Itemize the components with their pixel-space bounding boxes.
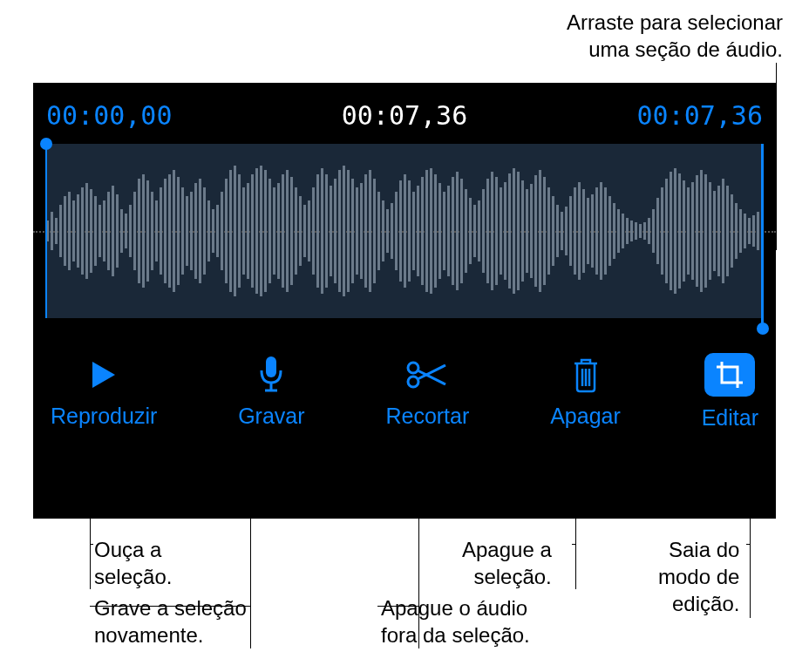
svg-rect-80 [395,192,398,270]
svg-rect-36 [203,187,206,275]
svg-rect-22 [142,174,145,288]
svg-rect-46 [247,183,249,279]
svg-rect-37 [207,200,210,261]
waveform-svg [46,144,763,318]
callout-line [776,63,777,250]
callout-line [418,509,419,648]
svg-rect-76 [377,192,380,270]
svg-rect-59 [303,205,306,257]
svg-rect-12 [99,205,101,257]
svg-rect-53 [277,183,280,279]
delete-label: Apagar [550,404,621,429]
svg-rect-156 [726,186,729,276]
callout-line [377,606,418,607]
svg-rect-16 [116,194,119,268]
svg-rect-86 [421,177,424,285]
svg-rect-93 [452,177,454,285]
svg-rect-158 [735,203,738,259]
svg-rect-28 [168,174,171,288]
svg-rect-57 [295,187,297,275]
svg-rect-25 [155,200,158,261]
svg-rect-112 [534,175,537,287]
svg-rect-104 [500,187,502,275]
callout-line [90,509,91,589]
svg-rect-73 [364,174,367,288]
trash-icon [571,356,601,395]
trim-button[interactable]: Recortar [385,356,469,429]
waveform-area[interactable] [46,144,763,318]
svg-rect-8 [81,187,84,275]
selection-handle-left[interactable] [40,138,52,150]
svg-rect-162 [752,215,755,247]
svg-rect-39 [216,205,219,257]
svg-rect-13 [103,200,105,261]
svg-rect-38 [212,209,214,253]
edit-button[interactable]: Editar [702,353,758,431]
svg-rect-81 [399,180,402,282]
svg-rect-95 [460,179,463,283]
selection-handle-right[interactable] [757,322,769,335]
annotation-record: Grave a seleçãonovamente. [94,594,247,648]
svg-rect-64 [325,174,328,288]
svg-rect-91 [443,192,445,270]
svg-rect-6 [72,200,75,261]
svg-rect-83 [408,180,411,282]
svg-rect-4 [64,196,66,266]
svg-rect-68 [343,166,345,296]
svg-rect-30 [177,177,180,285]
svg-rect-32 [186,196,188,266]
svg-rect-133 [626,218,629,244]
svg-rect-116 [552,196,554,266]
svg-rect-10 [90,189,92,273]
svg-rect-97 [469,198,472,264]
time-end: 00:07,36 [637,100,764,131]
svg-rect-164 [266,356,276,377]
svg-rect-146 [683,180,685,282]
svg-rect-20 [133,192,136,270]
delete-button[interactable]: Apagar [550,356,621,429]
svg-rect-14 [107,192,110,270]
svg-point-167 [408,363,418,373]
svg-rect-122 [578,182,581,280]
svg-rect-138 [648,218,650,244]
svg-rect-114 [543,177,546,285]
annotation-play: Ouça aseleção. [94,536,172,590]
svg-rect-43 [234,166,236,296]
svg-rect-150 [700,170,703,292]
svg-rect-107 [513,168,515,294]
timestamps-row: 00:00,00 00:07,36 00:07,36 [46,100,763,131]
svg-rect-67 [338,170,341,292]
svg-rect-88 [430,168,432,294]
svg-rect-148 [691,182,694,280]
svg-rect-121 [574,187,576,275]
svg-rect-51 [269,179,271,283]
svg-rect-49 [260,166,262,296]
record-button[interactable]: Gravar [238,356,304,429]
svg-rect-102 [491,172,493,290]
svg-rect-72 [360,183,363,279]
svg-rect-142 [665,179,668,283]
time-current: 00:07,36 [342,100,468,131]
svg-rect-41 [225,179,228,283]
play-label: Reproduzir [51,404,157,429]
svg-rect-48 [255,168,258,294]
svg-rect-151 [704,174,707,288]
time-start: 00:00,00 [46,100,173,131]
svg-rect-103 [495,177,498,285]
crop-icon [704,353,755,397]
svg-rect-47 [251,174,254,288]
svg-rect-147 [687,187,690,275]
play-button[interactable]: Reproduzir [51,356,157,429]
svg-rect-84 [412,192,415,270]
svg-rect-78 [386,209,389,253]
svg-rect-120 [569,196,572,266]
svg-rect-89 [434,174,437,288]
svg-rect-129 [608,196,611,266]
svg-rect-44 [238,174,241,288]
svg-rect-87 [425,170,428,292]
svg-rect-61 [312,187,315,275]
svg-rect-125 [591,194,594,268]
svg-rect-109 [521,180,524,282]
svg-rect-136 [639,224,642,238]
svg-rect-58 [299,196,302,266]
